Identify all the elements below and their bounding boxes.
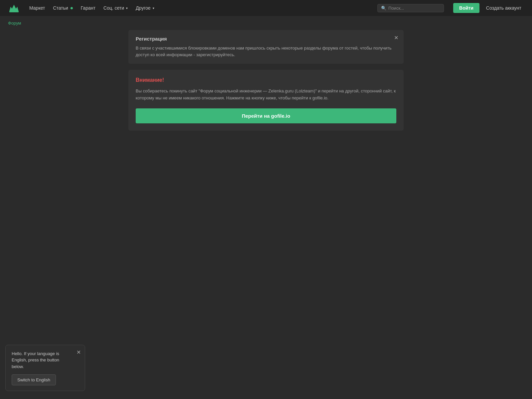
language-popup: Hello. If your language is English, pres…: [5, 345, 85, 391]
chevron-down-icon: ▾: [126, 6, 128, 10]
warning-text: Вы собираетесь покинуть сайт "Форум соци…: [136, 88, 396, 102]
nav-social[interactable]: Соц. сети ▾: [103, 5, 128, 11]
chevron-down-icon: ▾: [153, 6, 154, 10]
notice-close-button[interactable]: ✕: [394, 35, 398, 41]
search-icon: 🔍: [381, 6, 386, 11]
navbar: Маркет Статьи Гарант Соц. сети ▾ Другое …: [0, 0, 532, 16]
registration-notice: Регистрация В связи с участившимися блок…: [128, 30, 404, 64]
login-button[interactable]: Войти: [453, 3, 479, 13]
nav-market[interactable]: Маркет: [29, 5, 45, 11]
search-input[interactable]: [388, 6, 440, 11]
logo-icon: [8, 2, 20, 14]
warning-title: Внимание!: [136, 77, 396, 83]
navbar-actions: Войти Создать аккаунт: [453, 3, 524, 13]
go-to-site-button[interactable]: Перейти на gofile.io: [136, 108, 396, 123]
notice-text: В связи с участившимися блокировками дом…: [136, 45, 396, 58]
register-button[interactable]: Создать аккаунт: [483, 3, 524, 13]
svg-rect-1: [9, 11, 19, 12]
warning-card: Внимание! Вы собираетесь покинуть сайт "…: [128, 70, 404, 131]
articles-dot: [70, 7, 73, 9]
nav-garant[interactable]: Гарант: [81, 5, 95, 11]
nav-articles[interactable]: Статьи: [53, 5, 72, 11]
nav-other[interactable]: Другое ▾: [136, 5, 154, 11]
notice-title: Регистрация: [136, 36, 396, 42]
switch-to-english-button[interactable]: Switch to English: [12, 374, 56, 385]
language-popup-text: Hello. If your language is English, pres…: [12, 350, 79, 370]
breadcrumb: Форум: [0, 16, 532, 30]
breadcrumb-label[interactable]: Форум: [8, 21, 21, 26]
svg-marker-0: [9, 5, 19, 11]
search-bar[interactable]: 🔍: [377, 4, 444, 12]
language-popup-close-button[interactable]: ✕: [76, 349, 81, 355]
main-content: Регистрация В связи с участившимися блок…: [123, 30, 409, 131]
nav-links: Маркет Статьи Гарант Соц. сети ▾ Другое …: [29, 5, 368, 11]
logo[interactable]: [8, 2, 20, 14]
